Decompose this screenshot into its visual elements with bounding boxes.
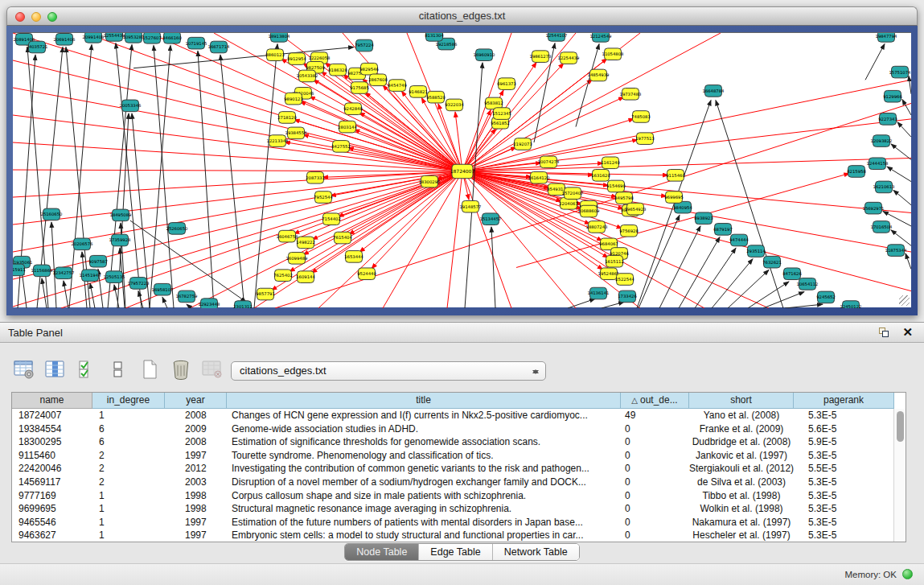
graph-edge xyxy=(150,46,170,308)
memory-status: Memory: OK xyxy=(844,570,897,579)
table-select-dropdown[interactable]: citations_edges.txt xyxy=(231,361,546,381)
column-header-pagerank[interactable]: pagerank xyxy=(794,393,894,409)
window-title: citations_edges.txt xyxy=(7,7,917,25)
table-row[interactable]: 1456911722003Disruption of a novel membe… xyxy=(12,476,906,489)
zoom-button[interactable] xyxy=(47,12,57,22)
graph-node-label: 11451944 xyxy=(80,273,102,278)
graph-node-label: 20206576 xyxy=(72,241,93,246)
graph-node-label: 16960910 xyxy=(474,52,495,57)
network-canvas[interactable]: 2089140624035721206914062099140812554439… xyxy=(13,32,911,307)
new-column-icon[interactable] xyxy=(137,357,162,381)
tab-node-table[interactable]: Node Table xyxy=(345,544,418,560)
graph-node-label: 18300295 xyxy=(419,179,441,184)
graph-node-label: 9322034 xyxy=(445,102,464,107)
table-mode-icon[interactable] xyxy=(11,357,37,381)
graph-node-label: 15751074 xyxy=(889,70,911,75)
column-header-name[interactable]: name xyxy=(12,393,92,409)
table-row[interactable]: 1830029562008Estimation of significance … xyxy=(12,435,906,449)
graph-node-label: 10543382 xyxy=(297,73,318,78)
column-header-in-degree[interactable]: in_degree xyxy=(92,393,165,409)
graph-node-label: 12450122 xyxy=(840,304,862,308)
table-row[interactable]: 2242004622012Investigating the contribut… xyxy=(12,462,906,476)
table-cell: 22420046 xyxy=(12,462,92,476)
graph-node-label: 9890123 xyxy=(284,97,303,101)
column-header-short[interactable]: short xyxy=(689,393,794,409)
show-columns-icon[interactable] xyxy=(43,357,68,381)
graph-node-label: 9245652 xyxy=(816,295,836,299)
table-cell: Structural magnetic resonance image aver… xyxy=(227,502,621,516)
graph-node-label: 16648784 xyxy=(703,89,725,93)
table-cell: Changes of HCN gene expression and I(f) … xyxy=(227,409,621,422)
table-row[interactable]: 946362711997Embryonic stem cells: a mode… xyxy=(12,529,906,542)
table-cell: 1 xyxy=(92,516,165,529)
column-header-title[interactable]: title xyxy=(227,393,621,409)
graph-node-label: 20053346 xyxy=(120,103,142,108)
graph-node-label: 8495798 xyxy=(614,196,634,200)
table-cell: 49 xyxy=(621,409,689,422)
resize-grip[interactable] xyxy=(899,295,910,306)
graph-node-label: 9561852 xyxy=(491,121,510,126)
graph-edge xyxy=(906,253,911,269)
graph-node-label: 1631620 xyxy=(591,173,610,178)
graph-node-label: 9699695 xyxy=(664,195,684,200)
table-cell: 5.3E-5 xyxy=(794,489,894,503)
graph-edge xyxy=(13,170,462,171)
close-button[interactable] xyxy=(15,12,25,22)
graph-node-label: 8938923 xyxy=(694,216,713,220)
graph-edge xyxy=(728,270,769,308)
graph-node-label: 16210613 xyxy=(873,184,895,189)
table-cell: 5.3E-5 xyxy=(794,529,894,542)
graph-edge xyxy=(462,158,911,171)
graph-edge xyxy=(909,76,911,93)
table-row[interactable]: 977716911998Corpus callosum shape and si… xyxy=(12,489,906,503)
select-columns-icon[interactable] xyxy=(74,357,100,381)
graph-node-label: 16164120 xyxy=(528,175,550,180)
float-window-icon[interactable] xyxy=(879,328,890,339)
table-select-value: citations_edges.txt xyxy=(240,365,326,377)
graph-node-label: 19148577 xyxy=(460,204,482,209)
graph-node-label: 7632621 xyxy=(762,260,782,265)
table-cell: Wolkin et al. (1998) xyxy=(689,502,794,516)
table-panel-body: f(x) citations_edges.txt namein_degreeye… xyxy=(0,344,924,585)
table-cell: 2009 xyxy=(165,422,227,436)
scrollbar-thumb[interactable] xyxy=(897,411,904,442)
table-row[interactable]: 969969511998Structural magnetic resonanc… xyxy=(12,502,906,516)
tab-edge-table[interactable]: Edge Table xyxy=(418,544,491,560)
graph-node-label: 1733426 xyxy=(618,294,637,299)
table-cell: 1997 xyxy=(165,529,227,542)
graph-node-label: 1615112 xyxy=(605,259,624,264)
table-cell: 2003 xyxy=(165,476,227,489)
table-scrollbar[interactable] xyxy=(893,409,906,542)
table-cell: 2008 xyxy=(165,435,227,449)
table-cell: 2 xyxy=(92,462,165,476)
tab-network-table[interactable]: Network Table xyxy=(492,544,579,560)
table-toolbar: f(x) xyxy=(11,356,262,382)
graph-node-label: 7952544 xyxy=(314,195,333,200)
graph-node-label: 25260650 xyxy=(166,226,188,231)
table-row[interactable]: 1938455462009Genome-wide association stu… xyxy=(12,422,906,436)
graph-edge xyxy=(162,297,167,308)
window-titlebar[interactable]: citations_edges.txt xyxy=(6,6,918,26)
panel-title: Table Panel xyxy=(8,327,63,339)
table-row[interactable]: 946554611997Estimation of the future num… xyxy=(12,516,906,529)
table-cell: Genome-wide association studies in ADHD. xyxy=(227,422,621,436)
close-panel-icon[interactable] xyxy=(902,325,913,340)
graph-node-label: 14136141 xyxy=(588,291,610,296)
column-header-year[interactable]: year xyxy=(165,393,227,409)
graph-edge xyxy=(447,171,462,308)
graph-node-label: 2192073 xyxy=(513,142,532,146)
graph-node-label: 9242848 xyxy=(343,106,363,111)
graph-node-label: 9146821 xyxy=(409,89,428,94)
row-options-icon[interactable] xyxy=(105,357,131,381)
graph-node-label: 9827509 xyxy=(306,65,325,70)
table-row[interactable]: 1872400712008Changes of HCN gene express… xyxy=(12,409,906,422)
table-cell: 0 xyxy=(621,529,689,542)
graph-node-label: 1609144 xyxy=(296,274,315,279)
column-header-out-de-[interactable]: △out_de... xyxy=(621,393,689,409)
table-row[interactable]: 911546021997Tourette syndrome. Phenomeno… xyxy=(12,449,906,463)
minimize-button[interactable] xyxy=(31,12,41,22)
delete-column-icon[interactable] xyxy=(168,357,194,381)
table-cell: 5.9E-5 xyxy=(794,435,894,449)
graph-edge xyxy=(716,101,783,308)
graph-node-label: 12554439 xyxy=(104,33,125,38)
